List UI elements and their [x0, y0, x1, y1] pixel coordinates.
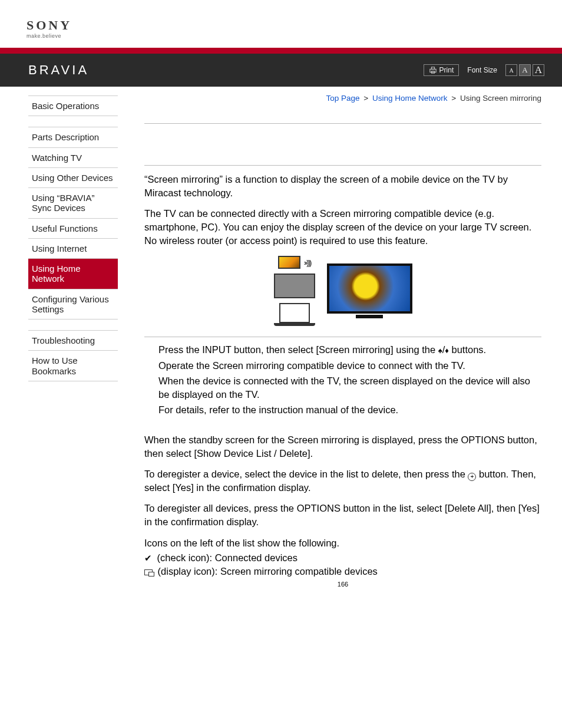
breadcrumb-sep-1: >: [363, 94, 368, 103]
svg-rect-1: [431, 67, 434, 69]
breadcrumb-top-page[interactable]: Top Page: [326, 94, 360, 103]
wireless-signal-icon: ››))): [304, 258, 311, 267]
step-4: For details, refer to the instruction ma…: [158, 403, 541, 417]
bravia-logo: BRAVIA: [28, 62, 89, 78]
breadcrumb-using-home-network[interactable]: Using Home Network: [372, 94, 448, 103]
logo-area: SONY make.believe: [0, 0, 562, 48]
nav-configuring-settings[interactable]: Configuring Various Settings: [28, 289, 118, 320]
breadcrumb-sep-2: >: [451, 94, 456, 103]
step-2: Operate the Screen mirroring compatible …: [158, 359, 541, 373]
up-arrow-icon: ♠: [438, 345, 442, 356]
display-icon: [144, 569, 153, 575]
connection-diagram: ››))): [144, 256, 541, 326]
phone-icon: [278, 256, 300, 269]
nav-watching-tv[interactable]: Watching TV: [28, 148, 118, 168]
enter-button-icon: +: [468, 473, 476, 481]
header-controls: Print Font Size A A A: [424, 64, 544, 76]
header-bar: BRAVIA Print Font Size A A A: [0, 54, 562, 87]
nav-group-1: Basic Operations: [28, 95, 118, 116]
nav-using-home-network[interactable]: Using Home Network: [28, 259, 118, 289]
icon-legend-display: (display icon): Screen mirroring compati…: [144, 565, 541, 578]
intro-paragraph-2: The TV can be connected directly with a …: [144, 207, 541, 248]
sony-logo: SONY: [27, 18, 562, 33]
print-button[interactable]: Print: [424, 64, 459, 76]
step-1: Press the INPUT button, then select [Scr…: [158, 343, 541, 357]
font-size-medium-button[interactable]: A: [519, 64, 531, 76]
icon-legend-check: ✔ (check icon): Connected devices: [144, 551, 541, 565]
tagline: make.believe: [27, 33, 562, 39]
nav-troubleshooting[interactable]: Troubleshooting: [28, 331, 118, 351]
paragraph-icons-intro: Icons on the left of the list show the f…: [144, 536, 541, 550]
red-accent-bar: [0, 48, 562, 54]
paragraph-deregister-all: To deregister all devices, press the OPT…: [144, 502, 541, 529]
print-icon: [429, 67, 437, 74]
svg-rect-0: [429, 69, 435, 72]
font-size-label: Font Size: [467, 66, 497, 74]
tablet-icon: [274, 274, 315, 298]
nav-basic-operations[interactable]: Basic Operations: [28, 96, 118, 116]
nav-bravia-sync-devices[interactable]: Using “BRAVIA” Sync Devices: [28, 188, 118, 219]
check-icon: ✔: [144, 553, 152, 563]
print-label: Print: [439, 66, 454, 74]
nav-parts-description[interactable]: Parts Description: [28, 127, 118, 147]
device-column: ››))): [274, 256, 315, 326]
nav-how-to-use-bookmarks[interactable]: How to Use Bookmarks: [28, 351, 118, 381]
nav-using-internet[interactable]: Using Internet: [28, 239, 118, 259]
steps-block: Press the INPUT button, then select [Scr…: [144, 343, 541, 416]
intro-paragraph-1: “Screen mirroring” is a function to disp…: [144, 173, 541, 200]
phone-device: ››))): [278, 256, 311, 269]
paragraph-standby: When the standby screen for the Screen m…: [144, 433, 541, 460]
page-number: 166: [144, 581, 541, 588]
nav-useful-functions[interactable]: Useful Functions: [28, 219, 118, 239]
step-3: When the device is connected with the TV…: [158, 374, 541, 401]
font-size-small-button[interactable]: A: [505, 64, 517, 76]
separator-2: [144, 165, 541, 166]
nav-group-3: Troubleshooting How to Use Bookmarks: [28, 330, 118, 381]
tv-screen-icon: [327, 263, 412, 314]
font-size-large-button[interactable]: A: [533, 64, 544, 76]
font-size-buttons: A A A: [505, 64, 544, 76]
tv-device: [327, 263, 412, 318]
nav-group-2: Parts Description Watching TV Using Othe…: [28, 127, 118, 319]
breadcrumb: Top Page > Using Home Network > Using Sc…: [144, 94, 541, 103]
nav-using-other-devices[interactable]: Using Other Devices: [28, 168, 118, 188]
sidebar: Basic Operations Parts Description Watch…: [0, 87, 133, 599]
paragraph-deregister-one: To deregister a device, select the devic…: [144, 467, 541, 495]
laptop-icon: [274, 303, 315, 326]
breadcrumb-current: Using Screen mirroring: [460, 94, 541, 103]
content-area: Top Page > Using Home Network > Using Sc…: [133, 87, 562, 599]
separator-3: [144, 337, 541, 337]
down-arrow-icon: ♦: [445, 345, 449, 356]
